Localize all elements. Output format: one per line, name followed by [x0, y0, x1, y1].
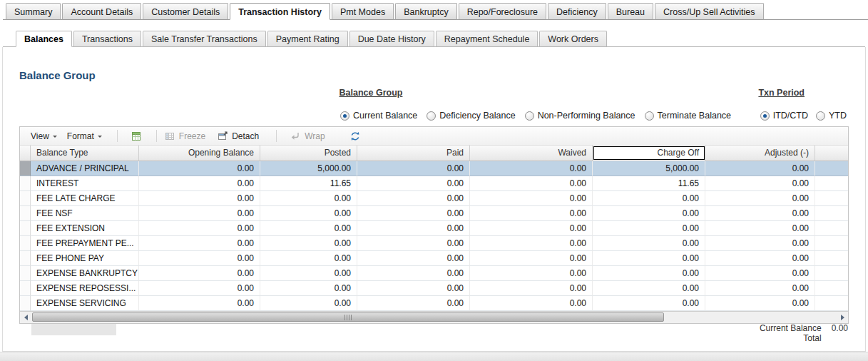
table-row[interactable]: EXPENSE REPOSESSI...0.000.000.000.000.00…: [20, 281, 848, 296]
column-header-opening-balance[interactable]: Opening Balance: [139, 146, 260, 161]
cell[interactable]: 0.00: [139, 161, 260, 176]
cell[interactable]: 0.00: [593, 266, 705, 281]
cell[interactable]: 0.00: [470, 206, 593, 221]
column-header-adjusted[interactable]: Adjusted (-): [705, 146, 815, 161]
table-row[interactable]: FEE PREPAYMENT PE...0.000.000.000.000.00…: [20, 236, 848, 251]
cell[interactable]: 0.00: [593, 206, 705, 221]
cell[interactable]: 0.00: [357, 236, 470, 251]
cell[interactable]: 0.00: [139, 191, 260, 206]
tab-account-details[interactable]: Account Details: [62, 3, 141, 20]
subtab-balances[interactable]: Balances: [16, 31, 72, 47]
cell[interactable]: 0.00: [357, 206, 470, 221]
scroll-left-button[interactable]: [20, 312, 31, 323]
radio-itd-ctd[interactable]: ITD/CTD: [760, 111, 808, 121]
table-row[interactable]: FEE LATE CHARGE0.000.000.000.000.000.00: [20, 191, 848, 206]
tab-customer-details[interactable]: Customer Details: [143, 3, 228, 20]
cell[interactable]: 0.00: [705, 281, 815, 296]
radio-non-performing-balance[interactable]: Non-Performing Balance: [525, 111, 635, 121]
cell[interactable]: 0.00: [593, 221, 705, 236]
table-row[interactable]: EXPENSE BANKRUPTCY0.000.000.000.000.000.…: [20, 266, 848, 281]
scrollbar-track[interactable]: [31, 312, 837, 323]
cell[interactable]: FEE LATE CHARGE: [31, 191, 139, 206]
cell[interactable]: 0.00: [260, 221, 357, 236]
column-header-waived[interactable]: Waived: [470, 146, 593, 161]
cell[interactable]: 0.00: [260, 251, 357, 266]
subtab-payment-rating[interactable]: Payment Rating: [267, 31, 348, 47]
column-header-balance-type[interactable]: Balance Type: [31, 146, 139, 161]
cell[interactable]: 0.00: [139, 221, 260, 236]
table-row[interactable]: FEE PHONE PAY0.000.000.000.000.000.00: [20, 251, 848, 266]
radio-current-balance[interactable]: Current Balance: [340, 111, 417, 121]
cell[interactable]: FEE PREPAYMENT PE...: [31, 236, 139, 251]
cell[interactable]: 0.00: [470, 191, 593, 206]
wrap-button[interactable]: Wrap: [287, 129, 327, 143]
cell[interactable]: 0.00: [260, 206, 357, 221]
cell[interactable]: 0.00: [470, 176, 593, 191]
column-header-charge-off[interactable]: Charge Off: [593, 146, 705, 161]
cell[interactable]: 0.00: [139, 206, 260, 221]
cell[interactable]: 0.00: [470, 266, 593, 281]
radio-deficiency-balance[interactable]: Deficiency Balance: [427, 111, 515, 121]
cell[interactable]: 0.00: [470, 236, 593, 251]
cell[interactable]: FEE EXTENSION: [31, 221, 139, 236]
cell[interactable]: 0.00: [705, 221, 815, 236]
cell[interactable]: 0.00: [260, 191, 357, 206]
freeze-button[interactable]: Freeze: [161, 129, 208, 143]
table-row[interactable]: INTEREST0.0011.650.000.0011.650.00: [20, 176, 848, 191]
cell[interactable]: INTEREST: [31, 176, 139, 191]
cell[interactable]: 0.00: [357, 281, 470, 296]
radio-terminate-balance[interactable]: Terminate Balance: [645, 111, 732, 121]
cell[interactable]: 0.00: [705, 206, 815, 221]
export-button[interactable]: [128, 129, 145, 143]
cell[interactable]: 11.65: [593, 176, 705, 191]
cell[interactable]: EXPENSE SERVICING: [31, 296, 139, 311]
cell[interactable]: 0.00: [260, 296, 357, 311]
column-header-posted[interactable]: Posted: [260, 146, 357, 161]
view-menu-button[interactable]: View: [26, 129, 62, 143]
tab-transaction-history[interactable]: Transaction History: [230, 3, 330, 20]
cell[interactable]: 0.00: [260, 266, 357, 281]
subtab-sale-transfer-transactions[interactable]: Sale Transfer Transactions: [143, 31, 266, 47]
row-selector-cell[interactable]: [20, 221, 31, 236]
cell[interactable]: 0.00: [705, 161, 815, 176]
tab-deficiency[interactable]: Deficiency: [548, 3, 606, 20]
cell[interactable]: 11.65: [260, 176, 357, 191]
tab-bankruptcy[interactable]: Bankruptcy: [395, 3, 457, 20]
subtab-transactions[interactable]: Transactions: [73, 31, 141, 47]
refresh-button[interactable]: [347, 129, 364, 143]
cell[interactable]: ADVANCE / PRINCIPAL: [31, 161, 139, 176]
tab-summary[interactable]: Summary: [6, 3, 61, 20]
cell[interactable]: 0.00: [593, 251, 705, 266]
table-row[interactable]: FEE NSF0.000.000.000.000.000.00: [20, 206, 848, 221]
cell[interactable]: 0.00: [357, 191, 470, 206]
cell[interactable]: 0.00: [705, 251, 815, 266]
cell[interactable]: 0.00: [357, 176, 470, 191]
cell[interactable]: 0.00: [705, 176, 815, 191]
row-selector-cell[interactable]: [20, 266, 31, 281]
cell[interactable]: 5,000.00: [593, 161, 705, 176]
row-selector-cell[interactable]: [20, 161, 31, 176]
cell[interactable]: 0.00: [260, 236, 357, 251]
cell[interactable]: 0.00: [260, 281, 357, 296]
cell[interactable]: 0.00: [470, 221, 593, 236]
tab-pmt-modes[interactable]: Pmt Modes: [332, 3, 394, 20]
cell[interactable]: 0.00: [705, 236, 815, 251]
cell[interactable]: 0.00: [139, 281, 260, 296]
cell[interactable]: FEE NSF: [31, 206, 139, 221]
row-selector-cell[interactable]: [20, 236, 31, 251]
cell[interactable]: EXPENSE REPOSESSI...: [31, 281, 139, 296]
cell[interactable]: EXPENSE BANKRUPTCY: [31, 266, 139, 281]
row-selector-cell[interactable]: [20, 176, 31, 191]
tab-repo-foreclosure[interactable]: Repo/Foreclosure: [459, 3, 546, 20]
row-selector-cell[interactable]: [20, 191, 31, 206]
cell[interactable]: 0.00: [705, 191, 815, 206]
cell[interactable]: 0.00: [593, 296, 705, 311]
table-row[interactable]: FEE EXTENSION0.000.000.000.000.000.00: [20, 221, 848, 236]
cell[interactable]: 0.00: [139, 266, 260, 281]
cell[interactable]: FEE PHONE PAY: [31, 251, 139, 266]
cell[interactable]: 0.00: [357, 161, 470, 176]
cell[interactable]: 0.00: [470, 251, 593, 266]
table-row[interactable]: ADVANCE / PRINCIPAL0.005,000.000.000.005…: [20, 161, 848, 176]
cell[interactable]: 0.00: [705, 266, 815, 281]
radio-ytd[interactable]: YTD: [816, 111, 847, 121]
